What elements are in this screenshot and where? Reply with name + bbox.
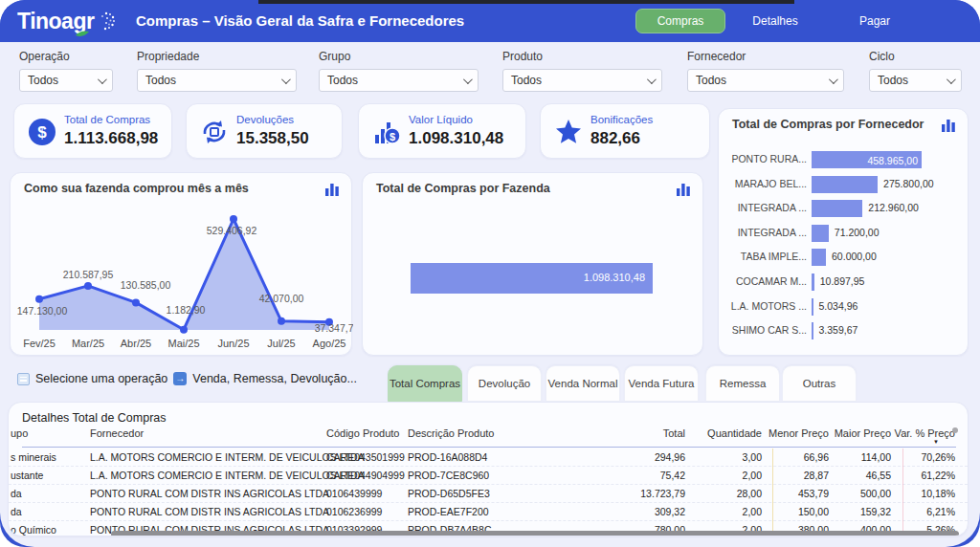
tab-venda-futura[interactable]: Venda Futura <box>624 365 699 402</box>
details-table-card: Detalhes Total de Compras upoFornecedorC… <box>8 402 969 536</box>
tab-outras[interactable]: Outras <box>782 365 857 402</box>
vertical-scrollbar[interactable] <box>952 427 958 433</box>
kpi-card-1: $ Total de Compras 1.113.668,98 <box>13 103 172 159</box>
table-cell: 70,26% <box>921 451 955 463</box>
fornecedor-row: TABA IMPLE...60.000,00 <box>719 247 968 268</box>
table-cell: 13.723,79 <box>640 488 685 499</box>
column-header-6[interactable]: Menor Preço <box>768 427 829 439</box>
filter-fornecedor: FornecedorTodos <box>687 50 844 92</box>
column-header-5[interactable]: Quantidade <box>707 427 762 439</box>
data-point-Mai/25[interactable] <box>180 326 188 334</box>
chart-type-icon[interactable] <box>324 183 340 196</box>
tab-total-compras[interactable]: Total Compras <box>388 365 462 402</box>
table-row[interactable]: s mineraisL.A. MOTORS COMERCIO E INTERM.… <box>9 449 968 467</box>
filter-grupo: GrupoTodos <box>319 50 479 92</box>
kpi-card-3: $ Valor Líquido 1.098.310,48 <box>358 103 526 159</box>
fornecedor-row: L.A. MOTORS ...5.034,96 <box>719 296 968 317</box>
filter-label: Fornecedor <box>687 50 844 63</box>
data-point-Jul/25[interactable] <box>278 317 285 325</box>
tab-venda-normal[interactable]: Venda Normal <box>546 365 620 402</box>
column-header-2[interactable]: Código Produto <box>326 427 399 439</box>
brand-logo: Tinoagr <box>17 6 117 36</box>
table-cell: PROD-16A088D4 <box>408 451 487 463</box>
data-point-Mar/25[interactable] <box>84 282 92 290</box>
tab-devolução[interactable]: Devolução <box>467 365 542 402</box>
column-divider-yellow <box>772 449 773 533</box>
fornecedor-bar[interactable] <box>812 176 878 193</box>
fornecedor-bar[interactable] <box>812 225 829 242</box>
fornecedor-bar[interactable] <box>812 249 826 266</box>
column-header-3[interactable]: Descrição Produto <box>408 427 495 439</box>
fornecedor-row: COCAMAR M...10.897,95 <box>719 272 968 293</box>
kpi-value: 1.113.668,98 <box>64 129 158 148</box>
table-row[interactable]: daPONTO RURAL COM DISTR INS AGRICOLAS LT… <box>9 485 968 503</box>
star-icon <box>554 118 583 146</box>
table-cell: da <box>11 506 22 517</box>
details-table-title: Detalhes Total de Compras <box>22 411 167 425</box>
chevron-down-icon <box>947 75 956 84</box>
column-header-7[interactable]: Maior Preço <box>835 427 891 439</box>
fornecedor-label: INTEGRADA ... <box>719 202 807 213</box>
nav-button-compras[interactable]: Compras <box>635 9 725 33</box>
fornecedor-bar-value: 458.965,00 <box>867 155 918 166</box>
tab-remessa[interactable]: Remessa <box>705 365 780 402</box>
arrow-right-icon: → <box>173 372 187 385</box>
horizontal-scrollbar[interactable] <box>111 531 959 536</box>
data-label: 42.070,00 <box>259 293 304 304</box>
table-row[interactable]: ustanteL.A. MOTORS COMERCIO E INTERM. DE… <box>9 467 968 485</box>
chevron-down-icon <box>281 75 291 84</box>
data-point-Fev/25[interactable] <box>35 295 43 303</box>
filter-label: Operação <box>19 50 113 63</box>
column-header-4[interactable]: Total <box>663 427 685 439</box>
chart-type-icon[interactable] <box>941 119 956 132</box>
table-row[interactable]: daPONTO RURAL COM DISTR INS AGRICOLAS LT… <box>9 503 968 521</box>
month-line-chart[interactable]: 147.130,00210.587,95130.585,001.182,9052… <box>11 196 353 339</box>
filter-label: Produto <box>502 50 662 63</box>
table-cell: 453,79 <box>798 488 829 499</box>
column-divider-pink <box>902 449 903 533</box>
filter-dropdown-produto[interactable]: Todos <box>502 69 662 92</box>
nav-button-detalhes[interactable]: Detalhes <box>745 9 806 33</box>
table-cell: 159,32 <box>860 506 891 517</box>
chart-type-icon[interactable] <box>676 183 691 196</box>
filter-dropdown-grupo[interactable]: Todos <box>319 69 479 92</box>
header-divider <box>22 447 956 448</box>
fornecedor-bar-value: 5.034,96 <box>819 300 858 312</box>
kpi-label: Devoluções <box>236 114 294 125</box>
fornecedor-bar[interactable]: 458.965,00 <box>812 151 922 168</box>
filter-label: Grupo <box>319 50 479 63</box>
table-cell: 46,55 <box>866 470 891 481</box>
x-axis-label: Abr/25 <box>109 338 163 349</box>
window-edge-strip <box>258 0 794 4</box>
table-cell: PONTO RURAL COM DISTR INS AGRICOLAS LTDA <box>90 488 329 499</box>
fornecedor-row: SHIMO CAR S...3.359,67 <box>719 320 968 341</box>
data-point-Jun/25[interactable] <box>230 215 237 223</box>
fornecedor-label: L.A. MOTORS ... <box>719 300 807 312</box>
fornecedor-bar[interactable] <box>812 274 814 291</box>
filter-dropdown-ciclo[interactable]: Todos <box>869 69 962 92</box>
column-header-1[interactable]: Fornecedor <box>90 427 144 439</box>
table-cell: 61,22% <box>921 470 955 481</box>
fornecedor-bar-value: 3.359,67 <box>819 324 858 336</box>
operation-note-text: Selecione uma operação <box>35 372 167 385</box>
data-label: 1.182,90 <box>167 304 206 316</box>
fazenda-bar[interactable]: 1.098.310,48 <box>411 263 653 294</box>
nav-button-pagar[interactable]: Pagar <box>846 9 903 33</box>
fornecedor-bar[interactable] <box>812 322 813 339</box>
column-header-8[interactable]: Var. % Preço <box>895 427 955 439</box>
table-cell: 28,00 <box>737 488 762 499</box>
chevron-down-icon <box>98 75 107 84</box>
table-cell: 500,00 <box>860 488 891 499</box>
table-cell: 294,96 <box>655 451 685 463</box>
filter-operação: OperaçãoTodos <box>19 50 113 92</box>
filter-dropdown-operação[interactable]: Todos <box>19 69 113 92</box>
data-point-Abr/25[interactable] <box>132 298 140 306</box>
filter-dropdown-fornecedor[interactable]: Todos <box>687 69 844 92</box>
filter-dropdown-propriedade[interactable]: Todos <box>137 69 297 92</box>
kpi-label: Valor Líquido <box>409 114 473 125</box>
column-header-0[interactable]: upo <box>11 427 28 439</box>
header-bar: Tinoagr Compras – Visão Geral da Safra e… <box>0 0 980 42</box>
fornecedor-bar[interactable] <box>812 298 813 316</box>
fornecedor-bar[interactable] <box>812 200 862 217</box>
sort-desc-icon[interactable]: ▼ <box>933 439 939 445</box>
